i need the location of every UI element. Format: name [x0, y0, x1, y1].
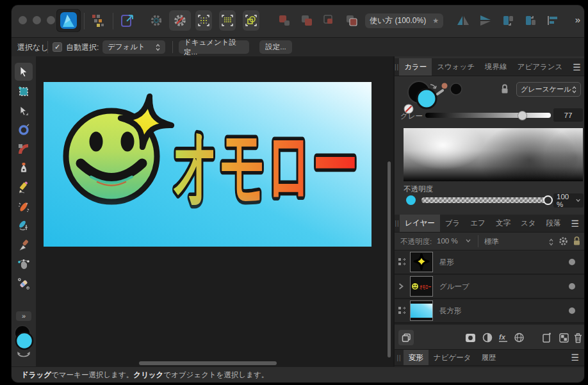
- mask-layer-button[interactable]: [462, 330, 478, 345]
- corner-tool[interactable]: [15, 140, 33, 158]
- snap-grid-button[interactable]: [195, 10, 212, 31]
- group-expand-chevron-icon[interactable]: [398, 283, 404, 290]
- opacity-value-field[interactable]: 100 %: [553, 193, 584, 208]
- tab-appearance[interactable]: アピアランス: [512, 58, 568, 76]
- tab-transform[interactable]: 変形: [404, 350, 429, 365]
- pasteboard[interactable]: オモロー: [36, 56, 393, 367]
- export-persona-button[interactable]: [117, 10, 138, 31]
- document-setup-button[interactable]: ドキュメント設定...: [179, 40, 249, 54]
- gray-value-field[interactable]: 77: [553, 108, 583, 122]
- horizontal-scrollbar[interactable]: [139, 361, 277, 365]
- panel-grip[interactable]: ||: [395, 58, 399, 76]
- pencil-tool[interactable]: [15, 179, 33, 197]
- vertical-scrollbar[interactable]: [388, 161, 391, 357]
- settings-gear-dim-button[interactable]: [147, 10, 165, 31]
- layer-visibility-toggle[interactable]: [569, 259, 575, 265]
- toolbar-overflow-chevron[interactable]: »: [575, 14, 580, 25]
- tab-color[interactable]: カラー: [399, 58, 432, 76]
- live-filter-button[interactable]: [511, 330, 527, 345]
- opacity-slider-thumb[interactable]: [543, 195, 553, 205]
- snapping-gear-button[interactable]: [169, 10, 191, 31]
- point-transform-tool[interactable]: [15, 121, 33, 139]
- tab-swatches[interactable]: スウォッチ: [432, 58, 480, 76]
- tab-effects[interactable]: エフ: [465, 215, 491, 232]
- node-tool[interactable]: [15, 102, 33, 120]
- snap-candidates-button[interactable]: [243, 10, 259, 31]
- boolean-divide-button[interactable]: [343, 10, 360, 31]
- transparency-tool[interactable]: [15, 275, 33, 293]
- tab-navigator[interactable]: ナビゲータ: [429, 350, 477, 365]
- app-icon-button[interactable]: [56, 9, 81, 32]
- flip-horizontal-button[interactable]: [455, 10, 471, 31]
- brush-tool[interactable]: [15, 198, 33, 216]
- zoom-window-button[interactable]: [47, 16, 55, 24]
- color-selector-well[interactable]: [13, 324, 35, 360]
- current-color-dot[interactable]: [406, 195, 416, 205]
- blend-gear-icon[interactable]: [559, 236, 568, 246]
- panel-menu-icon[interactable]: ☰: [566, 215, 584, 232]
- lock-icon[interactable]: [500, 83, 509, 95]
- fill-color-swatch[interactable]: [16, 332, 33, 349]
- panel-grip[interactable]: ||: [395, 215, 400, 232]
- adjustment-button[interactable]: [480, 330, 495, 345]
- add-layer-button[interactable]: [539, 330, 555, 345]
- layer-lock-icon[interactable]: [573, 236, 581, 247]
- move-tool[interactable]: [15, 63, 33, 81]
- layer-thumbnail[interactable]: [410, 252, 433, 272]
- personas-button[interactable]: [88, 10, 108, 31]
- pen-tool[interactable]: [15, 160, 33, 177]
- gray-slider-thumb[interactable]: [518, 111, 527, 120]
- tab-brushes[interactable]: ブラ: [440, 215, 466, 232]
- layer-effects-button[interactable]: fx: [496, 330, 511, 345]
- boolean-subtract-button[interactable]: [298, 10, 315, 31]
- panel-menu-icon[interactable]: ☰: [566, 350, 584, 365]
- artwork-text[interactable]: オモロー: [172, 119, 358, 213]
- auto-select-checkbox[interactable]: ✓: [53, 42, 62, 52]
- settings-button[interactable]: 設定...: [259, 40, 292, 54]
- document-canvas[interactable]: オモロー: [44, 82, 372, 247]
- zoom-preset-button[interactable]: 使い方 (100.0%) ★: [365, 13, 443, 28]
- grayscale-picker-map[interactable]: [404, 128, 583, 181]
- tab-paragraph[interactable]: 段落: [541, 215, 566, 232]
- edit-all-layers-button[interactable]: [398, 330, 414, 345]
- tools-expand-button[interactable]: »: [16, 311, 31, 321]
- opacity-slider-track[interactable]: [421, 197, 548, 203]
- knife-tool[interactable]: [15, 236, 33, 254]
- vector-brush-tool[interactable]: [15, 217, 33, 235]
- layer-visibility-toggle[interactable]: [569, 307, 575, 314]
- snap-grid-dense-button[interactable]: [219, 10, 236, 31]
- alignment-button[interactable]: [544, 10, 561, 31]
- layer-opacity-dropdown[interactable]: 100 %: [437, 237, 471, 245]
- panel-grip[interactable]: ||: [395, 350, 404, 365]
- tab-history[interactable]: 履歴: [477, 350, 502, 365]
- artboard-tool[interactable]: [15, 83, 33, 101]
- panel-menu-icon[interactable]: ☰: [568, 58, 584, 76]
- preset-dropdown[interactable]: デフォルト: [102, 40, 165, 54]
- gray-slider-track[interactable]: [425, 113, 551, 118]
- color-mode-dropdown[interactable]: グレースケール: [516, 82, 581, 97]
- close-window-button[interactable]: [19, 16, 27, 24]
- flip-vertical-button[interactable]: [477, 10, 494, 31]
- layer-visibility-toggle[interactable]: [569, 283, 575, 290]
- tab-text[interactable]: 文字: [491, 215, 516, 232]
- minimize-window-button[interactable]: [33, 16, 41, 24]
- layer-row-group[interactable]: オモロー グループ: [395, 275, 584, 299]
- color-picker-group[interactable]: [434, 81, 465, 101]
- layer-row-star[interactable]: 星形: [395, 250, 584, 275]
- fill-tool[interactable]: [15, 256, 33, 274]
- layer-thumbnail[interactable]: オモロー: [410, 276, 433, 297]
- tab-styles[interactable]: スタ: [516, 215, 541, 232]
- blend-mode-dropdown[interactable]: 標準: [484, 237, 553, 247]
- layer-thumbnail[interactable]: [410, 300, 433, 321]
- mask-checker-button[interactable]: [556, 330, 571, 345]
- move-forward-button[interactable]: [500, 10, 516, 31]
- picked-color-well[interactable]: [450, 83, 462, 95]
- boolean-add-button[interactable]: [276, 10, 293, 31]
- move-backward-button[interactable]: [522, 10, 539, 31]
- tab-stroke[interactable]: 境界線: [480, 58, 512, 76]
- boolean-intersect-button[interactable]: [321, 10, 338, 31]
- layer-row-rectangle[interactable]: 長方形: [395, 299, 584, 324]
- artwork-group[interactable]: オモロー: [66, 111, 358, 213]
- swap-colors-icon[interactable]: [18, 354, 29, 357]
- fill-color-swatch[interactable]: [417, 89, 436, 108]
